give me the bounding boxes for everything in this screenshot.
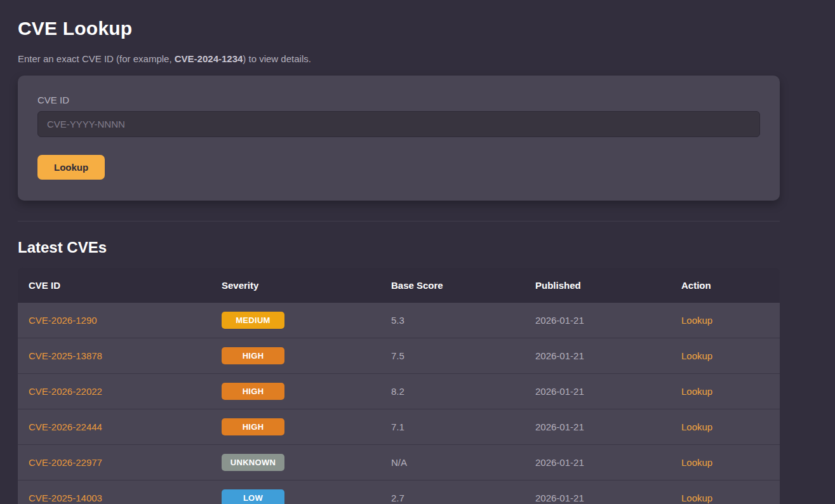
section-divider xyxy=(18,221,780,222)
subtitle-example-cve: CVE-2024-1234 xyxy=(175,53,243,64)
row-lookup-link[interactable]: Lookup xyxy=(681,493,712,503)
severity-badge: HIGH xyxy=(222,383,284,400)
cve-id-link[interactable]: CVE-2026-1290 xyxy=(29,315,97,326)
cve-id-link[interactable]: CVE-2026-22977 xyxy=(29,457,102,468)
severity-badge: HIGH xyxy=(222,347,284,364)
published-cell: 2026-01-21 xyxy=(535,303,681,338)
base-score-cell: 2.7 xyxy=(391,481,535,504)
cve-id-link[interactable]: CVE-2025-14003 xyxy=(29,493,102,503)
cve-id-link[interactable]: CVE-2026-22022 xyxy=(29,386,102,397)
page-container: CVE Lookup Enter an exact CVE ID (for ex… xyxy=(18,0,780,504)
base-score-cell: 7.5 xyxy=(391,338,535,374)
row-lookup-link[interactable]: Lookup xyxy=(681,315,712,326)
severity-badge: MEDIUM xyxy=(222,312,284,329)
col-header-severity: Severity xyxy=(222,268,391,303)
severity-badge: LOW xyxy=(222,489,284,504)
col-header-cve-id: CVE ID xyxy=(18,268,222,303)
cve-id-input[interactable] xyxy=(37,111,760,137)
page-title: CVE Lookup xyxy=(18,0,780,39)
severity-badge: UNKNOWN xyxy=(222,454,284,471)
base-score-cell: 8.2 xyxy=(391,374,535,409)
published-cell: 2026-01-21 xyxy=(535,445,681,481)
latest-cves-table: CVE ID Severity Base Score Published Act… xyxy=(18,268,780,504)
published-cell: 2026-01-21 xyxy=(535,338,681,374)
row-lookup-link[interactable]: Lookup xyxy=(681,421,712,432)
subtitle-prefix: Enter an exact CVE ID (for example, xyxy=(18,53,175,64)
table-row: CVE-2025-13878 HIGH 7.5 2026-01-21 Looku… xyxy=(18,338,780,374)
table-row: CVE-2025-14003 LOW 2.7 2026-01-21 Lookup xyxy=(18,481,780,504)
col-header-base-score: Base Score xyxy=(391,268,535,303)
base-score-cell: N/A xyxy=(391,445,535,481)
severity-badge: HIGH xyxy=(222,418,284,435)
published-cell: 2026-01-21 xyxy=(535,481,681,504)
table-row: CVE-2026-1290 MEDIUM 5.3 2026-01-21 Look… xyxy=(18,303,780,338)
table-header: CVE ID Severity Base Score Published Act… xyxy=(18,268,780,303)
row-lookup-link[interactable]: Lookup xyxy=(681,386,712,397)
published-cell: 2026-01-21 xyxy=(535,409,681,445)
table-row: CVE-2026-22444 HIGH 7.1 2026-01-21 Looku… xyxy=(18,409,780,445)
row-lookup-link[interactable]: Lookup xyxy=(681,350,712,361)
lookup-button[interactable]: Lookup xyxy=(37,155,105,180)
row-lookup-link[interactable]: Lookup xyxy=(681,457,712,468)
page-subtitle: Enter an exact CVE ID (for example, CVE-… xyxy=(18,53,780,64)
base-score-cell: 5.3 xyxy=(391,303,535,338)
subtitle-suffix: ) to view details. xyxy=(243,53,311,64)
base-score-cell: 7.1 xyxy=(391,409,535,445)
cve-id-label: CVE ID xyxy=(37,95,760,105)
col-header-published: Published xyxy=(535,268,681,303)
cve-id-link[interactable]: CVE-2026-22444 xyxy=(29,421,102,432)
published-cell: 2026-01-21 xyxy=(535,374,681,409)
cve-lookup-form-card: CVE ID Lookup xyxy=(18,76,780,201)
table-row: CVE-2026-22977 UNKNOWN N/A 2026-01-21 Lo… xyxy=(18,445,780,481)
col-header-action: Action xyxy=(681,268,780,303)
latest-cves-heading: Latest CVEs xyxy=(18,239,780,256)
cve-id-link[interactable]: CVE-2025-13878 xyxy=(29,350,102,361)
table-body: CVE-2026-1290 MEDIUM 5.3 2026-01-21 Look… xyxy=(18,303,780,504)
table-row: CVE-2026-22022 HIGH 8.2 2026-01-21 Looku… xyxy=(18,374,780,409)
